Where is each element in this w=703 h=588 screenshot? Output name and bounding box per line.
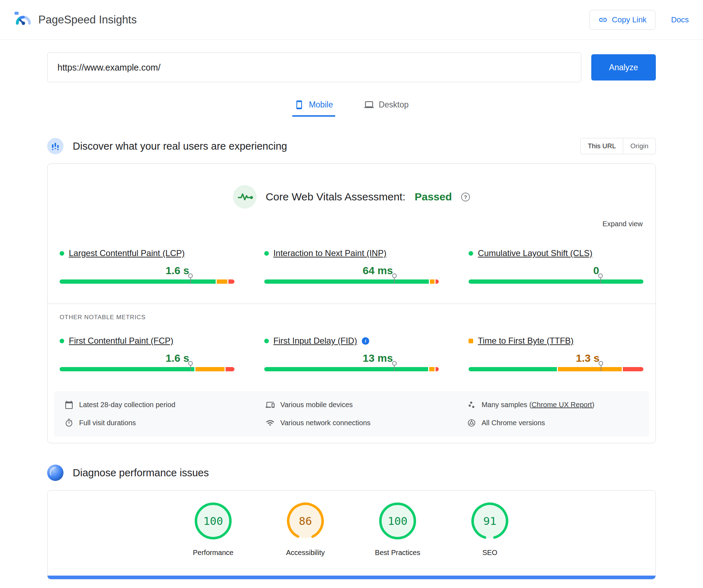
other-metrics-label: OTHER NOTABLE METRICS	[48, 304, 655, 321]
metric-header: Largest Contentful Paint (LCP) i	[60, 248, 234, 258]
metric-marker-pin	[392, 361, 397, 371]
metric-status-icon	[469, 251, 473, 256]
metric-status-icon	[264, 339, 269, 343]
metric-bar-wrap	[60, 279, 234, 284]
detail-text-wrap: Full visit durations	[79, 419, 136, 427]
detail-text: Latest 28-day collection period	[79, 401, 175, 409]
metric-distribution-bar	[60, 367, 234, 371]
gauge-ring: 100	[378, 501, 417, 541]
metric-distribution-bar	[469, 279, 643, 284]
detail-text-wrap: All Chrome versions	[482, 419, 545, 427]
url-input[interactable]	[47, 52, 581, 82]
metric-name-link[interactable]: First Contentful Paint (FCP)	[69, 336, 173, 346]
detail-suffix: )	[592, 401, 594, 409]
desktop-icon	[364, 100, 374, 110]
detail-icon	[65, 400, 73, 409]
detail-text: Various mobile devices	[280, 401, 353, 409]
metric-bar-wrap	[264, 367, 439, 371]
collection-detail-item: Many samples (Chrome UX Report)	[467, 400, 638, 409]
detail-icon	[467, 400, 476, 409]
metric-marker-pin	[598, 273, 603, 284]
metric-bar-wrap	[264, 279, 439, 284]
score-gauge[interactable]: 100 Performance	[185, 501, 242, 557]
score-label: Accessibility	[286, 549, 325, 557]
tab-desktop[interactable]: Desktop	[362, 97, 411, 117]
copy-link-button[interactable]: Copy Link	[589, 10, 655, 30]
main-content: Discover what your real users are experi…	[0, 138, 703, 579]
metric: Largest Contentful Paint (LCP) i 1.6 s	[60, 248, 234, 284]
detail-text: All Chrome versions	[482, 419, 545, 427]
core-metrics-row: Largest Contentful Paint (LCP) i 1.6 s I…	[48, 209, 655, 284]
tab-desktop-label: Desktop	[379, 100, 409, 110]
diagnose-section-title: Diagnose performance issues	[73, 467, 209, 479]
metric-value-line: 0	[469, 263, 643, 277]
metric-distribution-bar	[60, 279, 234, 284]
metric-name-link[interactable]: Largest Contentful Paint (LCP)	[69, 248, 185, 258]
score-gauge[interactable]: 86 Accessibility	[277, 501, 334, 557]
app-title: PageSpeed Insights	[38, 13, 137, 26]
app-header: PageSpeed Insights Copy Link Docs	[0, 0, 703, 40]
chrome-ux-report-link[interactable]: Chrome UX Report	[532, 401, 592, 409]
metric-header: Time to First Byte (TTFB) i	[469, 336, 643, 346]
metric-marker-pin	[392, 273, 397, 284]
detail-text: Many samples (	[482, 401, 532, 409]
metric-distribution-bar	[469, 367, 643, 371]
field-data-card: Core Web Vitals Assessment: Passed ? Exp…	[47, 163, 656, 443]
field-section-header: Discover what your real users are experi…	[47, 138, 656, 154]
metric-header: Interaction to Next Paint (INP) i	[264, 248, 439, 258]
metric-marker-pin	[599, 361, 603, 371]
docs-link[interactable]: Docs	[671, 15, 689, 24]
metric-distribution-bar	[264, 367, 439, 371]
score-gauge[interactable]: 91 SEO	[461, 501, 518, 557]
metric: Interaction to Next Paint (INP) i 64 ms	[264, 248, 439, 284]
metric-status-icon	[264, 251, 269, 256]
metric-value: 64 ms	[363, 265, 394, 277]
detail-icon	[65, 418, 73, 427]
lighthouse-card: 100 Performance 86 Accessibility 100 Bes…	[47, 490, 656, 579]
metric-marker-pin	[188, 273, 193, 284]
metric: Cumulative Layout Shift (CLS) i 0	[469, 248, 643, 284]
score-value: 86	[299, 515, 312, 527]
url-origin-toggle: This URL Origin	[580, 138, 656, 154]
metric-value-line: 13 ms	[264, 351, 439, 364]
lighthouse-gauge-icon	[47, 465, 63, 481]
tab-mobile[interactable]: Mobile	[292, 97, 335, 117]
url-bar: Analyze	[0, 40, 703, 82]
diagnose-section-header: Diagnose performance issues	[47, 465, 656, 481]
metric-name-link[interactable]: Time to First Byte (TTFB)	[478, 336, 574, 346]
gauge-ring: 100	[193, 501, 233, 541]
metric-bar-wrap	[469, 279, 643, 284]
pagespeed-logo-icon	[14, 12, 32, 28]
metric-status-icon	[60, 251, 64, 256]
collection-details: Latest 28-day collection period Various …	[54, 391, 649, 437]
tab-mobile-label: Mobile	[309, 100, 333, 110]
detail-text: Full visit durations	[79, 419, 136, 427]
metric-value-line: 1.6 s	[60, 351, 234, 364]
detail-text: Various network connections	[280, 419, 370, 427]
collection-detail-item: Various network connections	[266, 418, 437, 427]
score-gauge[interactable]: 100 Best Practices	[369, 501, 426, 557]
metric-name-link[interactable]: Cumulative Layout Shift (CLS)	[478, 248, 592, 258]
metric-value-line: 1.3 s	[469, 351, 643, 364]
expand-view-button[interactable]: Expand view	[603, 220, 643, 228]
detail-text-wrap: Various mobile devices	[280, 401, 353, 409]
metric-name-link[interactable]: First Input Delay (FID)	[273, 336, 357, 346]
cwv-assessment-result: Passed	[415, 191, 452, 203]
metric-value-line: 64 ms	[264, 263, 439, 277]
core-web-vitals-icon	[233, 185, 256, 209]
metric-name-link[interactable]: Interaction to Next Paint (INP)	[273, 248, 387, 258]
help-icon[interactable]: ?	[461, 193, 470, 201]
metric-status-icon	[60, 339, 64, 343]
metric-header: First Contentful Paint (FCP) i	[60, 336, 234, 346]
header-actions: Copy Link Docs	[589, 10, 689, 30]
toggle-this-url[interactable]: This URL	[581, 138, 623, 154]
analyze-button[interactable]: Analyze	[591, 54, 656, 81]
detail-text-wrap: Many samples (Chrome UX Report)	[482, 401, 594, 409]
gauge-ring: 91	[470, 501, 510, 541]
info-icon[interactable]: i	[362, 337, 369, 345]
collection-detail-item: All Chrome versions	[467, 418, 638, 427]
score-label: Best Practices	[375, 549, 420, 557]
metric-value: 13 ms	[363, 352, 394, 364]
score-gauges-row: 100 Performance 86 Accessibility 100 Bes…	[48, 490, 655, 557]
toggle-origin[interactable]: Origin	[623, 138, 655, 154]
